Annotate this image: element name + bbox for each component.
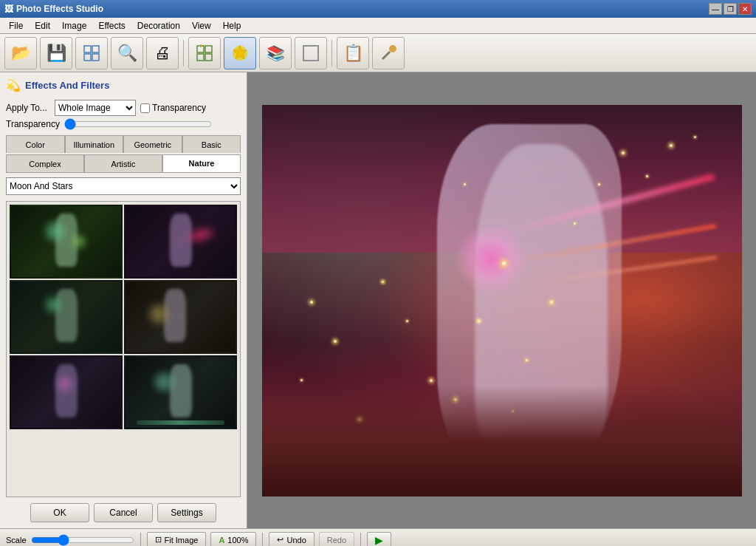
zoom-icon: A [219,536,224,545]
canvas-area [247,72,756,528]
canvas-image [262,105,742,496]
title-bar-controls[interactable]: — ❐ ✕ [709,3,752,15]
svg-rect-3 [92,54,99,61]
edit-grid-button[interactable] [188,37,221,69]
thumb-item-6[interactable] [124,355,237,429]
arrow-button[interactable]: ▶ [367,532,391,547]
apply-to-row: Apply To... Whole Image Selection Layer … [6,100,241,116]
menu-edit[interactable]: Edit [29,19,56,33]
svg-line-13 [382,52,390,59]
svg-rect-0 [84,46,91,52]
menu-help[interactable]: Help [217,19,247,33]
main-content: 💫 Effects And Filters Apply To... Whole … [0,72,756,528]
ok-button[interactable]: OK [30,503,89,522]
cancel-button[interactable]: Cancel [94,503,153,522]
tab-nature[interactable]: Nature [162,154,241,172]
panel-icon: 💫 [6,78,21,92]
effects-button[interactable] [224,37,256,69]
transparency-slider[interactable] [64,119,212,129]
toolbar: 📂 💾 🔍 🖨 📚 📋 [0,34,756,72]
thumb-item-5[interactable] [10,355,123,429]
bottom-sep-2 [262,533,263,547]
stack-button[interactable]: 📚 [259,37,292,69]
fit-image-button[interactable]: ⊡ Fit Image [147,532,207,547]
thumb-item-2[interactable] [124,205,237,279]
undo-label: Undo [286,536,306,545]
app-title: Photo Effects Studio [16,4,103,14]
thumb-grid [7,202,240,432]
fit-image-icon: ⊡ [155,535,162,545]
tab-color[interactable]: Color [6,135,65,153]
apply-to-label: Apply To... [6,103,50,113]
toolbar-separator-2 [331,40,332,66]
search-button[interactable]: 🔍 [111,37,143,69]
arrow-icon: ▶ [375,534,383,546]
panel-title-text: Effects And Filters [25,80,109,91]
scale-label: Scale [6,536,27,545]
app-icon: 🖼 [4,4,13,14]
clipboard-button[interactable]: 📋 [337,37,369,69]
transparency-label: Transparency [6,119,60,129]
svg-point-12 [389,45,396,52]
thumb-item-3[interactable] [10,280,123,354]
tab-basic[interactable]: Basic [182,135,241,153]
redo-label: Redo [327,536,346,545]
settings-button[interactable]: Settings [157,503,216,522]
menu-file[interactable]: File [3,19,29,33]
svg-rect-11 [303,46,318,61]
menu-image[interactable]: Image [56,19,92,33]
tab-complex[interactable]: Complex [6,154,84,172]
grid-button[interactable] [75,37,108,69]
menu-decoration[interactable]: Decoration [131,19,186,33]
tabs-row-1: Color Illumination Geometric Basic [6,135,241,153]
bottom-sep-3 [360,533,361,547]
effect-dropdown[interactable]: Moon And Stars Rainbow Snow Rain Stars F… [6,177,241,195]
bottom-toolbar: Scale ⊡ Fit Image A 100% ↩ Undo Redo ▶ [0,528,756,546]
title-bar: 🖼 Photo Effects Studio — ❐ ✕ [0,0,756,18]
frame-button[interactable] [295,37,327,69]
thumb-item-4[interactable] [124,280,237,354]
svg-rect-6 [197,54,204,61]
svg-rect-2 [84,54,91,61]
thumbnails-area[interactable] [6,201,241,497]
svg-rect-1 [92,46,99,52]
tab-geometric[interactable]: Geometric [123,135,182,153]
menu-effects[interactable]: Effects [92,19,131,33]
svg-rect-5 [205,46,212,52]
transparency-check-label: Transparency [152,103,206,113]
tab-illumination[interactable]: Illumination [65,135,124,153]
svg-rect-7 [205,54,212,61]
panel-title: 💫 Effects And Filters [6,78,241,92]
save-button[interactable]: 💾 [40,37,72,69]
transparency-checkbox[interactable] [140,103,150,113]
transparency-check: Transparency [140,103,206,113]
title-bar-left: 🖼 Photo Effects Studio [4,4,103,14]
tabs-row-2: Complex Artistic Nature [6,154,241,173]
left-panel: 💫 Effects And Filters Apply To... Whole … [0,72,247,528]
panel-bottom-buttons: OK Cancel Settings [6,503,241,522]
toolbar-separator [183,40,184,66]
apply-to-select[interactable]: Whole Image Selection Layer [55,100,136,116]
undo-button[interactable]: ↩ Undo [269,532,314,547]
open-button[interactable]: 📂 [4,37,37,69]
minimize-button[interactable]: — [709,3,722,15]
transparency-row: Transparency [6,119,241,129]
close-button[interactable]: ✕ [738,3,752,15]
zoom-button[interactable]: A 100% [210,532,256,547]
menu-bar: File Edit Image Effects Decoration View … [0,18,756,34]
ground-layer [262,386,742,496]
fit-image-label: Fit Image [165,536,199,545]
tab-artistic[interactable]: Artistic [84,154,162,172]
thumb-item-1[interactable] [10,205,123,279]
zoom-label: 100% [227,536,248,545]
menu-view[interactable]: View [186,19,217,33]
brush-button[interactable] [372,37,405,69]
undo-icon: ↩ [277,535,284,545]
redo-button[interactable]: Redo [319,532,354,547]
scale-slider[interactable] [31,534,134,546]
maximize-button[interactable]: ❐ [724,3,737,15]
print-button[interactable]: 🖨 [146,37,179,69]
bottom-sep-1 [140,533,141,547]
